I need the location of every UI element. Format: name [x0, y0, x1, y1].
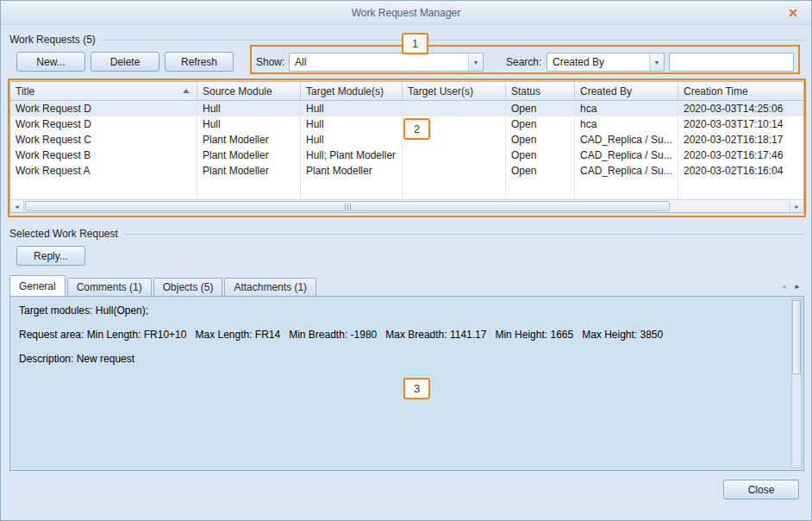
- cell-target-modules: Hull: [301, 132, 403, 148]
- scrollbar-thumb[interactable]: [25, 201, 670, 211]
- delete-button[interactable]: Delete: [91, 52, 159, 72]
- tab-scroll-left-icon[interactable]: ◄: [780, 283, 787, 291]
- cell-title: Work Request D: [10, 101, 197, 116]
- cell-target-modules: Hull: [301, 116, 403, 132]
- cell-source-module: Plant Modeller: [197, 163, 301, 179]
- window-title: Work Request Manager: [352, 7, 461, 19]
- titlebar: Work Request Manager ✕: [1, 1, 811, 25]
- work-request-manager-window: Work Request Manager ✕ Work Requests (5)…: [0, 0, 812, 521]
- tab-comments[interactable]: Comments (1): [67, 278, 152, 296]
- cell-created-by: CAD_Replica / Su...: [575, 148, 678, 163]
- scrollbar-grip: [347, 204, 348, 210]
- cell-status: Open: [506, 101, 575, 116]
- cell-status: Open: [506, 132, 575, 148]
- cell-target-users: [403, 148, 506, 163]
- annotation-badge-1: 1: [402, 33, 428, 54]
- cell-target-modules: Hull: [301, 101, 403, 116]
- reply-button[interactable]: Reply...: [16, 246, 85, 266]
- group-divider: [124, 234, 804, 235]
- cell-source-module: Plant Modeller: [197, 132, 301, 148]
- cell-title: Work Request A: [10, 163, 197, 179]
- selected-work-request-group-header: Selected Work Request: [9, 228, 804, 240]
- tab-label: Attachments (1): [234, 281, 307, 293]
- tab-label: General: [19, 280, 56, 292]
- search-field-value: Created By: [547, 53, 649, 71]
- cell-status: Open: [506, 148, 575, 163]
- show-label: Show:: [256, 53, 284, 72]
- show-dropdown[interactable]: All ▼: [289, 53, 484, 72]
- search-field-dropdown[interactable]: Created By ▼: [547, 53, 665, 72]
- column-header-created-by[interactable]: Created By: [575, 82, 678, 100]
- tab-label: Comments (1): [77, 281, 142, 293]
- tab-attachments[interactable]: Attachments (1): [224, 278, 316, 296]
- search-label: Search:: [506, 53, 541, 72]
- refresh-button[interactable]: Refresh: [165, 52, 234, 72]
- cell-status: Open: [506, 116, 575, 132]
- vertical-scrollbar[interactable]: [791, 298, 802, 468]
- request-area-text: Request area: Min Length: FR10+10 Max Le…: [19, 329, 795, 341]
- annotation-badge-3: 3: [403, 378, 430, 399]
- selected-work-request-group-label: Selected Work Request: [9, 228, 118, 240]
- cell-creation-time: 2020-03-03T17:10:14: [678, 116, 803, 132]
- cell-title: Work Request C: [10, 132, 197, 148]
- tab-label: Objects (5): [163, 281, 214, 293]
- cell-source-module: Hull: [197, 116, 301, 132]
- cell-status: Open: [506, 163, 575, 179]
- cell-target-modules: Plant Modeller: [301, 163, 403, 179]
- column-header-target-users[interactable]: Target User(s): [403, 82, 506, 100]
- scroll-left-icon[interactable]: ◄: [10, 200, 24, 212]
- cell-creation-time: 2020-03-02T16:16:04: [678, 163, 803, 179]
- close-button[interactable]: Close: [723, 480, 799, 499]
- scroll-right-icon[interactable]: ►: [790, 200, 803, 212]
- column-header-status[interactable]: Status: [506, 82, 575, 100]
- horizontal-scrollbar[interactable]: ◄ ►: [10, 199, 803, 212]
- cell-creation-time: 2020-03-03T14:25:06: [678, 101, 803, 116]
- cell-title: Work Request D: [10, 116, 197, 132]
- cell-target-users: [403, 101, 506, 116]
- table-header-row: Title Source Module Target Module(s) Tar…: [10, 82, 803, 101]
- work-requests-table: Title Source Module Target Module(s) Tar…: [9, 81, 804, 213]
- description-text: Description: New request: [19, 353, 795, 365]
- table-body: Work Request D Hull Hull Open hca 2020-0…: [10, 101, 803, 199]
- cell-created-by: hca: [575, 101, 678, 116]
- chevron-down-icon[interactable]: ▼: [468, 53, 483, 71]
- table-row[interactable]: Work Request D Hull Hull Open hca 2020-0…: [10, 101, 803, 116]
- sort-ascending-icon: [183, 89, 190, 93]
- cell-created-by: hca: [575, 116, 678, 132]
- work-requests-group-label: Work Requests (5): [9, 34, 96, 46]
- cell-target-modules: Hull; Plant Modeller: [301, 148, 403, 163]
- cell-creation-time: 2020-03-02T16:18:17: [678, 132, 803, 148]
- scrollbar-grip: [345, 204, 346, 210]
- cell-creation-time: 2020-03-02T16:17:46: [678, 148, 803, 163]
- column-header-source-module[interactable]: Source Module: [197, 82, 301, 100]
- cell-target-users: [403, 163, 506, 179]
- column-header-target-modules[interactable]: Target Module(s): [301, 82, 403, 100]
- show-dropdown-value: All: [290, 53, 468, 71]
- search-input[interactable]: [669, 53, 794, 72]
- column-header-creation-time[interactable]: Creation Time: [678, 82, 803, 100]
- table-row[interactable]: Work Request B Plant Modeller Hull; Plan…: [10, 148, 803, 163]
- table-row[interactable]: Work Request A Plant Modeller Plant Mode…: [10, 163, 803, 179]
- cell-source-module: Hull: [197, 101, 301, 116]
- tab-scroll-right-icon[interactable]: ►: [794, 283, 801, 291]
- new-button[interactable]: New...: [16, 52, 85, 72]
- cell-title: Work Request B: [10, 148, 197, 163]
- column-header-title[interactable]: Title: [10, 82, 197, 100]
- cell-created-by: CAD_Replica / Su...: [575, 132, 678, 148]
- group-divider: [102, 40, 804, 41]
- cell-created-by: CAD_Replica / Su...: [575, 163, 678, 179]
- cell-source-module: Plant Modeller: [197, 148, 301, 163]
- detail-tabs: General Comments (1) Objects (5) Attachm…: [9, 275, 804, 296]
- tab-scroll-arrows: ◄ ►: [780, 283, 804, 296]
- chevron-down-icon[interactable]: ▼: [649, 53, 664, 71]
- scrollbar-grip: [350, 204, 351, 210]
- scrollbar-thumb[interactable]: [792, 300, 801, 374]
- close-icon[interactable]: ✕: [785, 5, 801, 21]
- tab-general[interactable]: General: [9, 275, 66, 296]
- tab-objects[interactable]: Objects (5): [153, 278, 223, 296]
- annotation-badge-2: 2: [403, 118, 430, 140]
- target-modules-text: Target modules: Hull(Open);: [19, 304, 795, 317]
